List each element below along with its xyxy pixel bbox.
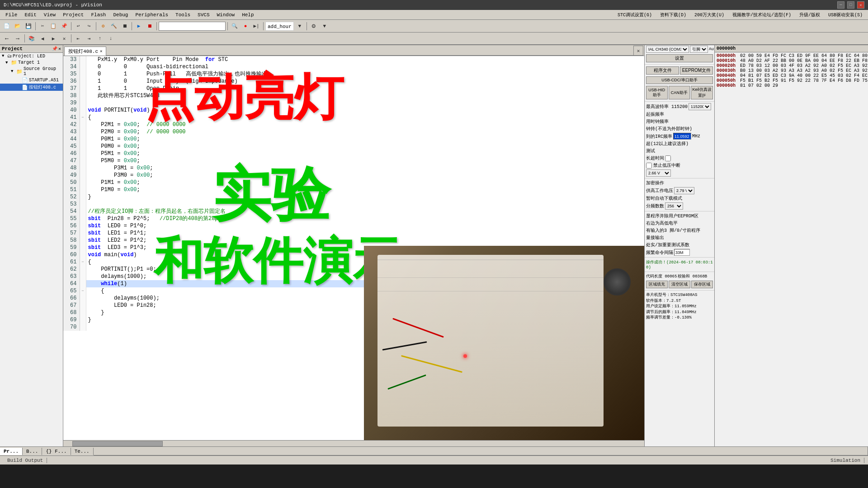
hex-content[interactable]: 000000h02 00 59 E4 FD FC C3 ED 9F EE 64 … [715,52,868,446]
menu-view[interactable]: View [40,11,59,19]
max-baud-row: 最高波特率 115200 115200 [645,103,714,111]
breakpoint-btn[interactable]: ● [241,21,250,31]
fold-indicator [80,92,86,99]
settings-full-btn[interactable]: 设置 [646,54,713,62]
copy-btn[interactable]: 📋 [48,21,58,31]
tree-project[interactable]: ▼ 🗂 Project: LED [0,53,63,59]
nav-btn1[interactable]: ⇤ [73,33,83,43]
clear-mark-btn[interactable]: ✕ [59,33,69,43]
build-btn[interactable]: ⚙ [98,21,108,31]
max-baud-selector[interactable]: 115200 [689,103,711,110]
prev-mark-btn[interactable]: ◀ [38,33,47,43]
fold-indicator[interactable]: − [80,258,86,266]
fold-indicator [80,266,86,273]
menu-file[interactable]: File [2,11,21,19]
tab-build-view[interactable]: B... [23,448,42,455]
hex-row: 000050hF5 B1 F5 B2 F5 91 F5 92 22 78 7F … [716,78,868,83]
rebuild-btn[interactable]: 🔨 [109,21,119,31]
menu-window[interactable]: Window [213,11,239,19]
menu-stc-debug[interactable]: STC调试设置(G) [614,11,656,19]
prog-file-btn[interactable]: 程序文件 [646,66,679,75]
paste-btn[interactable]: 📌 [59,21,69,31]
tab-functions-view[interactable]: {} F... [42,448,71,455]
usb-hid-btn[interactable]: USB-HID助手 [646,86,668,99]
scroll-thumb-h[interactable] [72,441,163,446]
menu-flash[interactable]: Flash [87,11,109,19]
clear-area-btn[interactable]: 清空区域 [669,281,690,288]
menu-project[interactable]: Project [59,11,87,19]
menu-debug[interactable]: Debug [109,11,132,19]
hex-addr-header: 000000h [717,46,736,51]
tree-file-main[interactable]: 📄 按钮灯408.c [0,84,63,91]
tree-source-group[interactable]: ▼ 📁 Source Group 1 [0,66,63,77]
settings-btn[interactable]: ⚙ [309,21,319,31]
code-content: 此软件用芯片STC15W408 [86,92,644,99]
hex-row: 000010h48 A0 D2 AF 22 BB 00 0E BA 00 04 … [716,58,868,63]
tab-main-file[interactable]: 按钮灯408.c ✕ [64,47,106,56]
redo-btn[interactable]: ↪ [84,21,94,31]
search-btn[interactable]: 🔍 [230,21,240,31]
book-btn[interactable]: 📚 [27,33,37,43]
delay-input[interactable] [674,249,690,256]
fill-area-btn[interactable]: 区域填充 [646,281,668,288]
new-btn[interactable]: 📄 [2,21,12,31]
low-volt-check[interactable] [646,163,652,169]
minimize-button[interactable]: — [837,1,844,9]
stop-btn[interactable]: ⏹ [120,21,130,31]
menu-video[interactable]: 视频教学/技术论坛/选型(F) [729,11,795,19]
timeout-check[interactable] [665,155,671,161]
panel-close-btn[interactable]: ✕ [58,46,61,52]
target-selector[interactable]: Target 1 [159,22,226,31]
menu-upgrade[interactable]: 升级/版权 [796,11,824,19]
tab-project-view[interactable]: Pr... [0,448,23,455]
tree-target[interactable]: ▼ 📁 Target 1 [0,59,63,66]
nav-btn3[interactable]: ↑ [95,33,105,43]
irc-freq-input[interactable] [673,133,691,140]
supply-selector[interactable]: 2.79 V [674,187,694,194]
func-drop[interactable]: ▼ [295,21,305,31]
maximize-button[interactable]: □ [847,1,854,9]
fold-indicator[interactable]: − [80,287,86,295]
next-mark-btn[interactable]: ▶ [48,33,58,43]
menu-tools[interactable]: Tools [172,11,194,19]
nav-btn4[interactable]: ↓ [106,33,116,43]
debug-stop-btn[interactable]: ⏹ [145,21,155,31]
panel-lock-btn[interactable]: 📌 [52,46,57,52]
save-btn[interactable]: 💾 [24,21,33,31]
can-btn[interactable]: CAN助手 [669,86,690,99]
menu-data-download[interactable]: 资料下载(D) [656,11,690,19]
cut-btn[interactable]: ✂ [38,21,47,31]
menu-help[interactable]: Help [238,11,257,19]
undo-btn[interactable]: ↩ [73,21,83,31]
tab-close-btn[interactable]: ✕ [100,49,102,54]
close-button[interactable]: ✕ [857,1,864,9]
debug-start-btn[interactable]: ▶ [134,21,144,31]
menu-svcs[interactable]: SVCS [194,11,213,19]
tab-templates-view[interactable]: Te... [71,448,94,455]
nav-btn2[interactable]: ⇥ [84,33,94,43]
baud-selector[interactable]: 引脚 [690,46,708,53]
fwd-btn[interactable]: ⟶ [13,33,23,43]
save-area-btn[interactable]: 保存区域 [691,281,713,288]
tree-file-startup[interactable]: 📄 STARTUP.A51 [0,77,63,84]
keil-btn[interactable]: Keil仿真设置(F [691,86,713,99]
menu-200w[interactable]: 200万大奖(U) [691,11,728,19]
menu-peripherals[interactable]: Peripherals [132,11,172,19]
freq-div-selector[interactable]: 256 [665,202,683,210]
more-btn[interactable]: ▼ [320,21,330,31]
code-scrollbar-h[interactable] [63,440,644,446]
com-port-selector[interactable]: IAL CH340 (COM3) [646,46,689,53]
menu-usb-settings[interactable]: USB驱动安装(S) [825,11,866,19]
project-panel: Project 📌 ✕ ▼ 🗂 Project: LED ▼ 📁 Target … [0,45,63,446]
volt-val-selector[interactable]: 2.66 V [646,169,671,177]
code-area[interactable]: 33 PxM1.y PxM0.y Port Pin Mode for STC34… [63,56,644,440]
fold-indicator[interactable]: − [80,114,86,121]
no-eprom-label: 显程序并除用户EEPROM区 [646,213,698,219]
tab-close-panel-btn[interactable]: ✕ [633,46,643,56]
back-btn[interactable]: ⟵ [2,33,12,43]
open-btn[interactable]: 📂 [13,21,23,31]
eprom-file-btn[interactable]: EEPROM文件 [680,66,713,75]
usb-cdc-btn[interactable]: USB-CDC/串口助手 [646,76,713,84]
run-to-btn[interactable]: ▶| [251,21,261,31]
menu-edit[interactable]: Edit [21,11,40,19]
